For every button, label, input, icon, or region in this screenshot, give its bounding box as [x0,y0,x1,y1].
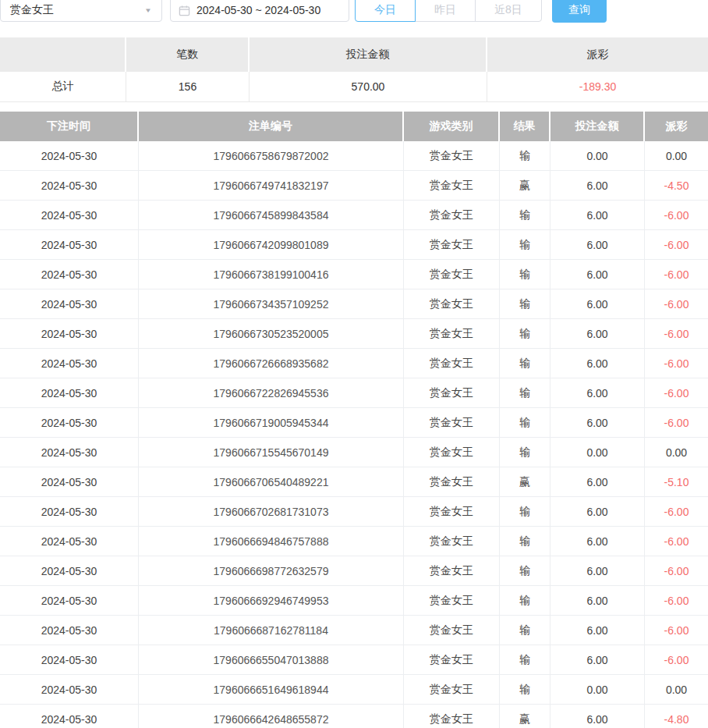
bet-table: 下注时间 注单编号 游戏类别 结果 投注金额 派彩 2024-05-30 179… [0,112,708,728]
cell-payout: -6.00 [645,497,708,527]
cell-bet-amount: 6.00 [550,497,645,527]
cell-bet-amount: 0.00 [550,675,645,705]
cell-result: 输 [500,201,550,230]
cell-bet-time: 2024-05-30 [0,616,139,645]
cell-payout: -6.00 [645,319,708,349]
cell-bet-number: 1796066651649618944 [139,675,404,705]
cell-game-type: 赏金女王 [404,438,500,467]
summary-total-bet-amount: 570.00 [250,72,487,102]
cell-bet-amount: 0.00 [550,141,645,171]
header-payout: 派彩 [645,112,708,141]
cell-payout: -6.00 [645,408,708,438]
cell-bet-number: 1796066655047013888 [139,645,404,675]
cell-bet-time: 2024-05-30 [0,289,139,319]
cell-result: 赢 [500,467,550,497]
yesterday-button[interactable]: 昨日 [415,0,476,22]
cell-game-type: 赏金女王 [404,408,500,438]
summary-total-row: 总计 156 570.00 -189.30 [0,72,708,102]
cell-result: 输 [500,408,550,438]
cell-bet-time: 2024-05-30 [0,556,139,586]
table-row: 2024-05-30 1796066715545670149 赏金女王 输 0.… [0,438,708,467]
cell-game-type: 赏金女王 [404,260,500,289]
cell-payout: 0.00 [645,438,708,467]
cell-bet-time: 2024-05-30 [0,378,139,408]
cell-payout: 0.00 [645,141,708,171]
table-row: 2024-05-30 1796066706540489221 赏金女王 赢 6.… [0,467,708,497]
table-row: 2024-05-30 1796066687162781184 赏金女王 输 6.… [0,616,708,645]
last-8-days-button[interactable]: 近8日 [475,0,542,22]
cell-result: 输 [500,378,550,408]
cell-result: 输 [500,230,550,260]
cell-bet-time: 2024-05-30 [0,527,139,556]
today-button[interactable]: 今日 [355,0,416,22]
cell-payout: -4.80 [645,705,708,728]
table-row: 2024-05-30 1796066734357109252 赏金女王 输 6.… [0,289,708,319]
table-row: 2024-05-30 1796066745899843584 赏金女王 输 6.… [0,201,708,230]
header-bet-number: 注单编号 [139,112,404,141]
cell-game-type: 赏金女王 [404,201,500,230]
cell-game-type: 赏金女王 [404,616,500,645]
date-range-input[interactable]: 2024-05-30 ~ 2024-05-30 [170,0,349,22]
cell-game-type: 赏金女王 [404,378,500,408]
cell-payout: -6.00 [645,349,708,378]
cell-payout: -6.00 [645,527,708,556]
cell-bet-number: 1796066642648655872 [139,705,404,728]
table-row: 2024-05-30 1796066730523520005 赏金女王 输 6.… [0,319,708,349]
cell-payout: -6.00 [645,616,708,645]
cell-bet-time: 2024-05-30 [0,201,139,230]
cell-bet-amount: 6.00 [550,201,645,230]
table-row: 2024-05-30 1796066719005945344 赏金女王 输 6.… [0,408,708,438]
date-shortcut-group: 今日 昨日 近8日 [355,0,542,22]
cell-bet-number: 1796066715545670149 [139,438,404,467]
cell-game-type: 赏金女王 [404,171,500,201]
table-row: 2024-05-30 1796066698772632579 赏金女王 输 6.… [0,556,708,586]
cell-bet-number: 1796066745899843584 [139,201,404,230]
summary-header-count: 笔数 [126,37,250,72]
summary-total-label: 总计 [0,72,126,102]
cell-bet-number: 1796066687162781184 [139,616,404,645]
cell-result: 赢 [500,171,550,201]
cell-bet-amount: 6.00 [550,319,645,349]
cell-bet-amount: 6.00 [550,230,645,260]
table-row: 2024-05-30 1796066642648655872 赏金女王 赢 6.… [0,705,708,728]
cell-game-type: 赏金女王 [404,497,500,527]
cell-bet-time: 2024-05-30 [0,141,139,171]
summary-total-payout: -189.30 [487,72,708,102]
chevron-down-icon: ▼ [144,7,152,14]
cell-result: 输 [500,645,550,675]
cell-bet-amount: 6.00 [550,556,645,586]
cell-bet-time: 2024-05-30 [0,467,139,497]
cell-bet-amount: 6.00 [550,705,645,728]
table-row: 2024-05-30 1796066738199100416 赏金女王 输 6.… [0,260,708,289]
summary-header-bet-amount: 投注金额 [250,37,487,72]
cell-payout: -4.50 [645,171,708,201]
cell-bet-number: 1796066702681731073 [139,497,404,527]
cell-bet-number: 1796066726668935682 [139,349,404,378]
cell-bet-amount: 6.00 [550,527,645,556]
game-select[interactable]: 赏金女王 ▼ [0,0,162,22]
cell-game-type: 赏金女王 [404,645,500,675]
cell-bet-number: 1796066730523520005 [139,319,404,349]
cell-bet-time: 2024-05-30 [0,260,139,289]
cell-bet-time: 2024-05-30 [0,705,139,728]
cell-result: 输 [500,497,550,527]
cell-result: 输 [500,616,550,645]
table-row: 2024-05-30 1796066702681731073 赏金女王 输 6.… [0,497,708,527]
cell-game-type: 赏金女王 [404,289,500,319]
cell-game-type: 赏金女王 [404,349,500,378]
cell-result: 输 [500,527,550,556]
cell-bet-time: 2024-05-30 [0,586,139,616]
cell-bet-amount: 6.00 [550,349,645,378]
cell-result: 输 [500,319,550,349]
cell-bet-time: 2024-05-30 [0,675,139,705]
table-row: 2024-05-30 1796066742099801089 赏金女王 输 6.… [0,230,708,260]
header-result: 结果 [500,112,550,141]
cell-payout: -6.00 [645,378,708,408]
query-button[interactable]: 查询 [552,0,607,23]
cell-game-type: 赏金女王 [404,141,500,171]
cell-bet-time: 2024-05-30 [0,171,139,201]
game-select-value: 赏金女王 [10,3,54,17]
cell-result: 输 [500,556,550,586]
cell-bet-number: 1796066734357109252 [139,289,404,319]
cell-bet-amount: 6.00 [550,467,645,497]
